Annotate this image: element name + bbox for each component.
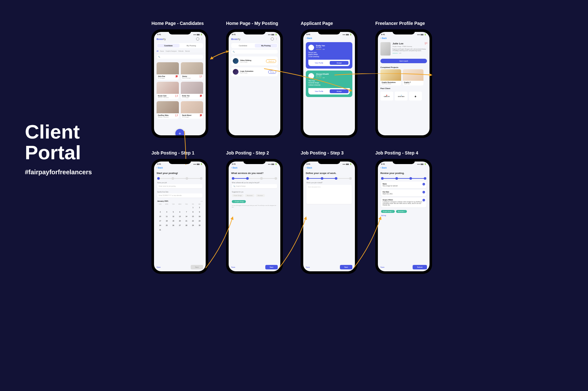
candidate-card[interactable]: Emily YanUX Designer: [181, 82, 203, 99]
next-button[interactable]: Next: [340, 265, 352, 269]
accept-button[interactable]: Accept: [330, 61, 349, 65]
client-logo: ⬢CORE CITY: [380, 92, 393, 101]
client-logo: ✦DOTS TECH: [395, 92, 408, 101]
step-title: What services do you need?: [229, 170, 280, 177]
tab-myposting[interactable]: My Posting: [255, 44, 277, 48]
logo: Bossify: [231, 38, 240, 41]
filter-item[interactable]: Graphic Designer: [165, 50, 177, 52]
screen-label-applicant: Applicant Page: [301, 20, 357, 26]
back-button[interactable]: ‹ Back: [229, 166, 280, 170]
back-button[interactable]: ‹ Back: [378, 166, 430, 170]
tabs: Candidate My Posting: [157, 43, 203, 48]
menu-icon[interactable]: ⋮: [275, 38, 278, 40]
form-label: Specify Due Date: [154, 190, 206, 193]
cal-prev-icon[interactable]: ‹: [201, 200, 201, 202]
back-button[interactable]: ‹ Back: [378, 36, 430, 40]
posting-item[interactable]: Logo AnimationGame StudioWaiting: [231, 67, 278, 76]
name-input[interactable]: Enter name for job posting: [157, 184, 202, 188]
main-title: ClientPortal: [25, 121, 92, 163]
add-button[interactable]: +: [175, 129, 184, 135]
filter-item[interactable]: Saves: [160, 50, 164, 52]
bookmark-icon[interactable]: [425, 42, 427, 44]
back-button[interactable]: ‹ Back: [303, 36, 355, 40]
save-button[interactable]: Save: [380, 266, 385, 268]
status-badge: 1 Applicant: [266, 59, 276, 63]
hashtag: #fairpayforfreelancers: [25, 169, 92, 176]
candidate-card[interactable]: Geoffrey WatsWebsite / Illustrator: [157, 101, 179, 119]
phone-step1: 9:41●●●▮▮▮🔋 ‹ Back Start your posting! N…: [151, 159, 208, 274]
progress-bar: [303, 177, 355, 180]
chip-selected[interactable]: ✓ Graphic Design: [232, 200, 246, 203]
form-label: Name your job!: [154, 180, 206, 184]
phone-applicant: 9:41●●●▮▮▮🔋 ‹ Back Emily YanBid: $300★★★…: [301, 29, 357, 138]
save-button[interactable]: Save: [157, 266, 161, 268]
review-scope: Scope of Work:Looking for someone to des…: [381, 198, 426, 207]
next-button[interactable]: Next: [265, 265, 278, 269]
calendar-days: SUNMONTUEWEDTHUFRISAT: [154, 203, 206, 205]
tab-candidate[interactable]: Candidate: [157, 44, 180, 48]
avatar: [308, 45, 314, 50]
add-tag-button[interactable]: Add tag: [378, 214, 430, 218]
submit-button[interactable]: Submit: [413, 265, 427, 269]
form-label: Suggested for you: [229, 190, 280, 193]
tabs: Candidate My Posting: [231, 43, 278, 48]
save-button[interactable]: Save: [231, 266, 235, 268]
bookmark-icon[interactable]: [200, 95, 202, 97]
chip[interactable]: Illustrator: [256, 194, 265, 197]
date-input[interactable]: Enter DD/MM/YYYY or tap calendar: [157, 193, 202, 198]
view-profile-button[interactable]: View Profile: [310, 61, 328, 65]
screen-label-profile: Freelancer Profile Page: [375, 20, 432, 26]
cal-next-icon[interactable]: ›: [202, 200, 202, 202]
profile-meta: Graphic Design - OCAD University: [393, 46, 427, 47]
tag-chip[interactable]: Graphic Design ×: [381, 210, 395, 213]
back-button[interactable]: ‹ Back: [303, 166, 355, 170]
form-label: What software will you be using for the …: [229, 180, 280, 184]
bookmark-icon[interactable]: [200, 114, 202, 117]
service-input[interactable]: 🔍 Graphic Design: [232, 184, 277, 188]
calendar-grid[interactable]: 1234567891011121314151617181920212223242…: [154, 205, 206, 232]
next-button[interactable]: Next: [191, 265, 203, 269]
profile-icon[interactable]: [196, 37, 199, 41]
screen-label-step4: Job Posting - Step 4: [375, 150, 432, 156]
bookmark-icon[interactable]: [176, 75, 178, 78]
get-in-touch-button[interactable]: Get in touch: [380, 59, 427, 63]
section-title: Completed Projects: [378, 64, 430, 69]
back-button[interactable]: ‹ Back: [154, 166, 206, 170]
screen-label-step2: Job Posting - Step 2: [226, 150, 283, 156]
accept-button[interactable]: Accept: [330, 89, 349, 93]
project-card[interactable]: Graphic TClient: Sum: [403, 69, 423, 86]
profile-icon[interactable]: [271, 37, 274, 41]
filter-item[interactable]: Illustrat: [185, 50, 190, 52]
applicant-card: Ahmed KhaliliBid: $400★★★★☆ 4.9 Third Ye…: [306, 71, 352, 97]
candidate-card[interactable]: John DoeUX Designer: [157, 62, 179, 80]
progress-bar: [229, 177, 280, 180]
candidate-card[interactable]: Susan CainWebsite / Illustrator: [157, 82, 179, 99]
search-input[interactable]: 🔍: [231, 50, 278, 54]
chip[interactable]: Illustration: [245, 194, 254, 197]
menu-icon[interactable]: ⋮: [201, 38, 203, 40]
bookmark-icon[interactable]: [176, 95, 178, 97]
tab-candidate[interactable]: Candidate: [232, 44, 254, 48]
description-textarea[interactable]: Enter description here.: [306, 185, 352, 204]
tag-chip[interactable]: Illustration ×: [396, 210, 407, 213]
review-due: Due Date:March 23, 2021✎: [381, 190, 426, 196]
bookmark-icon[interactable]: [176, 114, 178, 117]
bookmark-icon[interactable]: [200, 75, 202, 78]
tab-myposting[interactable]: My Posting: [180, 44, 202, 48]
section-title: Past Client: [378, 86, 430, 90]
filter-item[interactable]: Website: [178, 50, 183, 52]
filter-all[interactable]: All: [157, 50, 158, 52]
phone-myposting: 9:41●●●▮▮▮🔋 Bossify ⋮ Candidate My Posti…: [226, 29, 283, 138]
search-input[interactable]: 🔍: [157, 55, 203, 59]
project-card[interactable]: Graphic IllustrationsClient: Sumi Studio: [380, 69, 401, 86]
chip[interactable]: Poster Design: [232, 194, 244, 197]
candidate-card[interactable]: Sarah ManciUX Designer: [181, 101, 203, 119]
candidate-card[interactable]: JimmyWeb Developer: [181, 62, 203, 80]
view-profile-button[interactable]: View Profile: [310, 89, 328, 93]
phone-step4: 9:41●●●▮▮▮🔋 ‹ Back Review your posting. …: [375, 159, 432, 274]
save-button[interactable]: Save: [306, 266, 310, 268]
step-title: Define your scope of work.: [303, 170, 355, 177]
posting-item[interactable]: Video EditingGame Studio1 Applicant: [231, 56, 278, 65]
hint-text: List out all the types of services you t…: [229, 204, 280, 209]
profile-name: Julie Lee: [393, 42, 403, 45]
